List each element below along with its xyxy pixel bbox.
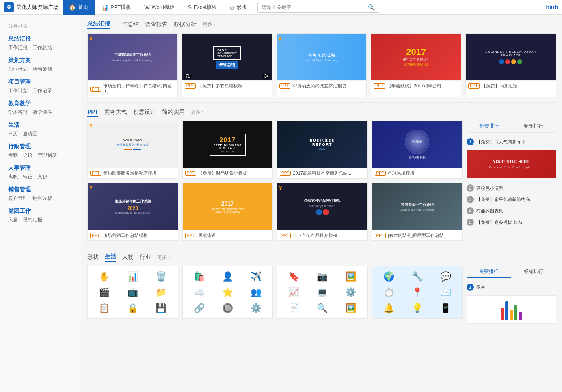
tab-business-bold[interactable]: 商务大气 [104, 108, 127, 117]
shape-icon-folder[interactable]: 📁 [156, 287, 166, 298]
shape-icon-chart2[interactable]: 📈 [288, 287, 299, 298]
shape-icon-book[interactable]: 📋 [99, 303, 110, 314]
template-card-8[interactable]: BUSINESS REPORT 2017 PPT 2017高端科技星空商务总结.… [277, 121, 368, 179]
shape-icon-film[interactable]: 🎬 [99, 287, 110, 298]
shape-icon-chart-circle[interactable]: 📊 [127, 271, 138, 282]
sidebar-cat-plan[interactable]: 策划方案 [0, 54, 81, 65]
shape-icon-hand[interactable]: ✋ [99, 271, 110, 282]
shape-icon-picture[interactable]: 🖼️ [345, 271, 356, 282]
sidebar-sub-project: 工作计划 工作记录 [0, 87, 81, 97]
section3-main: ✋ 📊 🗑️ 🎬 📺 📁 📋 🔒 💾 🛍️ 👤 [87, 266, 463, 326]
shape-icon-doc[interactable]: 📄 [288, 303, 299, 314]
shape-icon-camera[interactable]: 📷 [317, 271, 328, 282]
shape-icon-c3[interactable]: 💬 [440, 271, 451, 282]
shape-icon-search[interactable]: 🔍 [317, 303, 328, 314]
tab-survey-report[interactable]: 调查报告 [145, 20, 168, 29]
shape-icon-plane[interactable]: ✈️ [251, 271, 262, 282]
shape-icon-c4[interactable]: ⏱️ [383, 287, 394, 298]
shape-icon-trash[interactable]: 🗑️ [156, 271, 166, 282]
shape-icon-settings[interactable]: ⚙️ [251, 303, 262, 314]
sidebar-cat-sales[interactable]: 销售管理 [0, 184, 81, 194]
home-icon: 🏠 [69, 4, 76, 11]
shape-icon-c6[interactable]: ✉️ [440, 287, 451, 298]
shape-icon-c8[interactable]: 💡 [412, 303, 423, 314]
nav-item-word[interactable]: W Word模板 [138, 0, 181, 15]
sidebar-cat-hr[interactable]: 人事管理 [0, 162, 81, 173]
rank-num-4: 4 [467, 207, 474, 214]
search-input[interactable] [258, 3, 364, 12]
sidebar-cat-summary[interactable]: 总结汇报 [0, 33, 81, 43]
nav-item-ppt[interactable]: 📊 PPT模板 [95, 0, 138, 15]
tab-work-summary[interactable]: 工作总结 [116, 20, 139, 29]
shape-icon-person2[interactable]: 👥 [251, 287, 262, 298]
template-card-4[interactable]: 2017 鸡年大吉 喜迎鸡年 金鸡报晓 迎新纳福 PPT 【年会颁奖】2017鸡… [371, 33, 461, 97]
template-card-2[interactable]: BIGE POWERPOINT TEMPLATE 年终总结 34 71 PPT … [182, 33, 272, 97]
shape-icon-gear2[interactable]: ⚙️ [345, 287, 356, 298]
shape-icon-person[interactable]: 👤 [222, 271, 233, 282]
rank-item-5[interactable]: 5 【免费】商务模板-红灰 [467, 217, 556, 228]
template-card-5[interactable]: BUSINESS PRESENTATION TEMPLATE PPT [465, 33, 556, 97]
rank-item-3[interactable]: 3 【免费】扁平化清新简约商... [467, 194, 556, 205]
section1-more[interactable]: 更多 › [203, 21, 215, 28]
shape-icon-pie[interactable]: 🔘 [222, 303, 233, 314]
search-button[interactable]: 🔍 [364, 2, 379, 12]
tab-industry[interactable]: 行业 [140, 253, 151, 262]
template-card-9[interactable]: 星球风格 星球风格模板 PPT 星球风格模板 [372, 121, 463, 179]
nav-item-home[interactable]: 🏠 首页 [63, 0, 95, 15]
template-card-12[interactable]: ¥ 企业宣传产品推介模板 Company Promotion PPT [277, 183, 368, 241]
shape-icon-c2[interactable]: 🔧 [412, 271, 423, 282]
shape-icon-c1[interactable]: 🌍 [383, 271, 394, 282]
shapes-right-sidebar: 免费排行 畅销排行 1 图表 [467, 266, 556, 326]
sidebar-cat-edu[interactable]: 教育教学 [0, 97, 81, 108]
template-card-3[interactable]: ¥ 年 终 汇 报 总 结 Annual Report Summary PPT … [277, 33, 367, 97]
template-card-13[interactable]: 通用型年中工作总结 General Mid-Year Summary PPT [… [372, 183, 463, 241]
rank-tab-free[interactable]: 免费排行 [467, 121, 511, 132]
search-area: 🔍 [257, 2, 379, 13]
shape-icon-lock[interactable]: 🔒 [127, 303, 138, 314]
tab-shapes[interactable]: 形状 [87, 253, 99, 262]
nav-item-shapes[interactable]: ◇ 形状 [223, 0, 253, 15]
shape-icon-c7[interactable]: 🔔 [383, 303, 394, 314]
shape-icon-bookmark[interactable]: 🔖 [288, 271, 299, 282]
tab-simple-practical[interactable]: 简约实用 [162, 108, 185, 117]
shape-icon-bag[interactable]: 🛍️ [194, 271, 205, 282]
template-card-11[interactable]: 2017 Please enter your title here Report… [182, 183, 273, 241]
shape-icon-c5[interactable]: 📍 [412, 287, 423, 298]
rank-item-2[interactable]: 2 蓝粉色小清新 [467, 182, 556, 194]
shape-icon-computer[interactable]: 💻 [317, 287, 328, 298]
rank-item-4[interactable]: 4 有趣的图表集 [467, 205, 556, 217]
shape-icon-usb[interactable]: 💾 [156, 303, 166, 314]
shapes-rank-item-1[interactable]: 1 图表 [467, 282, 556, 326]
shape-icon-img[interactable]: 🖼️ [345, 303, 356, 314]
thumb-11: 2017 Please enter your title here Report… [183, 183, 273, 230]
shapes-rank-tab-bestseller[interactable]: 畅销排行 [511, 266, 556, 278]
logo-icon: 美 [4, 2, 14, 12]
sidebar-cat-project[interactable]: 项目管理 [0, 76, 81, 87]
sidebar-cat-life[interactable]: 生活 [0, 119, 81, 130]
template-card-1[interactable]: ¥ 市场营销年终工作总结 Marketing Annual Summary PP… [87, 33, 178, 97]
shape-icon-c9[interactable]: 📱 [440, 303, 451, 314]
rank-item-1[interactable]: 1 【免费】《大气商务ppt》 YOUR TITLE HERE Business… [467, 136, 556, 182]
tab-creative[interactable]: 创意设计 [133, 108, 156, 117]
section2-more[interactable]: 更多 › [191, 109, 203, 116]
tab-ppt[interactable]: PPT [87, 108, 98, 117]
sidebar-sub-life: 日历 邀请函 [0, 130, 81, 141]
template-card-10[interactable]: ¥ 市场营销年终工作总结 2020 Marketing Annual Summa… [87, 183, 178, 241]
shape-icon-cloud[interactable]: ☁️ [194, 287, 205, 298]
sidebar-cat-admin[interactable]: 行政管理 [0, 141, 81, 151]
template-card-6[interactable]: ¥ YOURLOGO 欧美商务风企业推介模板 PPT [87, 121, 178, 179]
section1-header: 总结汇报 工作总结 调查报告 数据分析 更多 › [87, 19, 556, 29]
tab-data-analysis[interactable]: 数据分析 [174, 20, 197, 29]
tab-summary-report[interactable]: 总结汇报 [87, 19, 110, 29]
rank-tab-bestseller[interactable]: 畅销排行 [511, 121, 556, 132]
section3-more[interactable]: 更多 › [157, 254, 170, 261]
shape-icon-star[interactable]: ⭐ [222, 287, 233, 298]
shapes-rank-tab-free[interactable]: 免费排行 [467, 266, 511, 278]
tab-people[interactable]: 人物 [122, 253, 134, 262]
sidebar-cat-party[interactable]: 党团工作 [0, 205, 81, 216]
tab-life[interactable]: 生活 [105, 252, 116, 262]
nav-item-excel[interactable]: S Excel模板 [181, 0, 223, 15]
shape-icon-tv[interactable]: 📺 [127, 287, 138, 298]
template-card-7[interactable]: 2017 FREE BUSINESS TEMPLATE ENTER NAME P… [182, 121, 273, 179]
shape-icon-link[interactable]: 🔗 [194, 303, 205, 314]
